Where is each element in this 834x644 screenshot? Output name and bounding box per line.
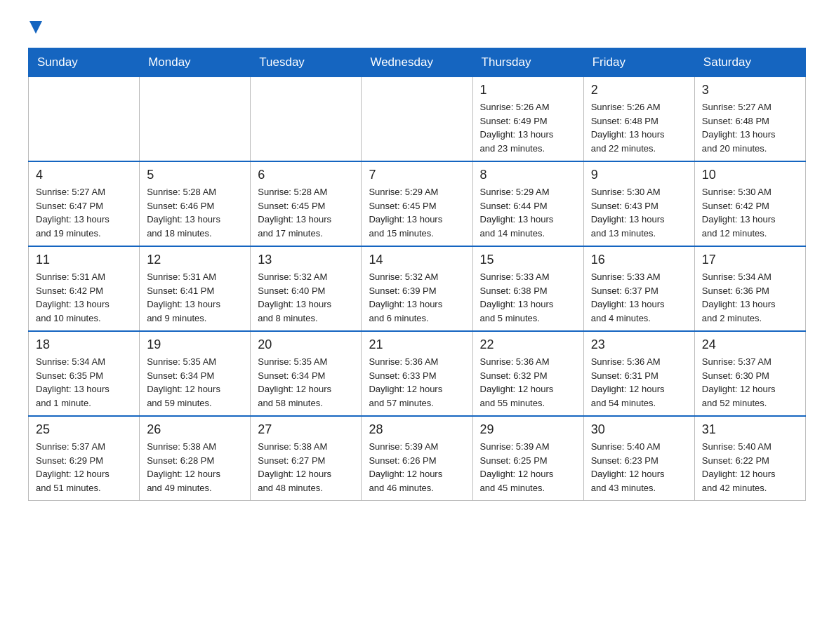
day-number: 19 — [147, 337, 243, 352]
calendar-cell: 17Sunrise: 5:34 AMSunset: 6:36 PMDayligh… — [694, 246, 805, 331]
day-info: Sunrise: 5:36 AMSunset: 6:31 PMDaylight:… — [591, 355, 687, 410]
calendar-week-row: 18Sunrise: 5:34 AMSunset: 6:35 PMDayligh… — [29, 331, 806, 416]
day-number: 30 — [591, 422, 687, 437]
day-info: Sunrise: 5:39 AMSunset: 6:25 PMDaylight:… — [480, 440, 576, 495]
calendar-cell — [251, 77, 362, 162]
day-number: 3 — [702, 83, 798, 98]
day-info: Sunrise: 5:32 AMSunset: 6:39 PMDaylight:… — [369, 270, 465, 325]
day-number: 27 — [258, 422, 354, 437]
day-info: Sunrise: 5:35 AMSunset: 6:34 PMDaylight:… — [147, 355, 243, 410]
calendar-cell: 8Sunrise: 5:29 AMSunset: 6:44 PMDaylight… — [472, 161, 583, 246]
calendar-cell: 4Sunrise: 5:27 AMSunset: 6:47 PMDaylight… — [29, 161, 140, 246]
day-number: 18 — [36, 337, 132, 352]
day-info: Sunrise: 5:30 AMSunset: 6:43 PMDaylight:… — [591, 185, 687, 240]
day-number: 13 — [258, 253, 354, 267]
day-info: Sunrise: 5:26 AMSunset: 6:48 PMDaylight:… — [591, 100, 687, 155]
calendar-cell: 25Sunrise: 5:37 AMSunset: 6:29 PMDayligh… — [29, 416, 140, 501]
day-number: 16 — [591, 253, 687, 267]
calendar-week-row: 4Sunrise: 5:27 AMSunset: 6:47 PMDaylight… — [29, 161, 806, 246]
day-number: 10 — [702, 168, 798, 182]
day-number: 31 — [702, 422, 798, 437]
calendar-header-wednesday: Wednesday — [362, 48, 472, 77]
calendar-cell: 5Sunrise: 5:28 AMSunset: 6:46 PMDaylight… — [140, 161, 251, 246]
calendar-header-monday: Monday — [140, 48, 251, 77]
day-number: 4 — [36, 168, 132, 182]
calendar-cell: 16Sunrise: 5:33 AMSunset: 6:37 PMDayligh… — [583, 246, 694, 331]
day-number: 25 — [36, 422, 132, 437]
calendar-cell: 29Sunrise: 5:39 AMSunset: 6:25 PMDayligh… — [472, 416, 583, 501]
day-info: Sunrise: 5:29 AMSunset: 6:44 PMDaylight:… — [480, 185, 576, 240]
day-number: 21 — [369, 337, 465, 352]
day-info: Sunrise: 5:32 AMSunset: 6:40 PMDaylight:… — [258, 270, 354, 325]
calendar-cell: 12Sunrise: 5:31 AMSunset: 6:41 PMDayligh… — [140, 246, 251, 331]
calendar-cell: 14Sunrise: 5:32 AMSunset: 6:39 PMDayligh… — [362, 246, 472, 331]
day-number: 11 — [36, 253, 132, 267]
calendar-week-row: 11Sunrise: 5:31 AMSunset: 6:42 PMDayligh… — [29, 246, 806, 331]
day-info: Sunrise: 5:33 AMSunset: 6:37 PMDaylight:… — [591, 270, 687, 325]
calendar-cell — [362, 77, 472, 162]
calendar-cell: 24Sunrise: 5:37 AMSunset: 6:30 PMDayligh… — [694, 331, 805, 416]
calendar-cell: 26Sunrise: 5:38 AMSunset: 6:28 PMDayligh… — [140, 416, 251, 501]
calendar-cell: 28Sunrise: 5:39 AMSunset: 6:26 PMDayligh… — [362, 416, 472, 501]
day-number: 1 — [480, 83, 576, 98]
calendar-cell: 18Sunrise: 5:34 AMSunset: 6:35 PMDayligh… — [29, 331, 140, 416]
calendar-cell: 9Sunrise: 5:30 AMSunset: 6:43 PMDaylight… — [583, 161, 694, 246]
calendar-cell: 22Sunrise: 5:36 AMSunset: 6:32 PMDayligh… — [472, 331, 583, 416]
day-info: Sunrise: 5:29 AMSunset: 6:45 PMDaylight:… — [369, 185, 465, 240]
calendar-cell: 10Sunrise: 5:30 AMSunset: 6:42 PMDayligh… — [694, 161, 805, 246]
calendar-cell: 21Sunrise: 5:36 AMSunset: 6:33 PMDayligh… — [362, 331, 472, 416]
day-info: Sunrise: 5:36 AMSunset: 6:33 PMDaylight:… — [369, 355, 465, 410]
calendar-cell: 1Sunrise: 5:26 AMSunset: 6:49 PMDaylight… — [472, 77, 583, 162]
calendar-week-row: 1Sunrise: 5:26 AMSunset: 6:49 PMDaylight… — [29, 77, 806, 162]
day-info: Sunrise: 5:35 AMSunset: 6:34 PMDaylight:… — [258, 355, 354, 410]
day-info: Sunrise: 5:33 AMSunset: 6:38 PMDaylight:… — [480, 270, 576, 325]
calendar-table: SundayMondayTuesdayWednesdayThursdayFrid… — [28, 48, 806, 501]
calendar-cell: 27Sunrise: 5:38 AMSunset: 6:27 PMDayligh… — [251, 416, 362, 501]
calendar-cell: 31Sunrise: 5:40 AMSunset: 6:22 PMDayligh… — [694, 416, 805, 501]
calendar-cell: 30Sunrise: 5:40 AMSunset: 6:23 PMDayligh… — [583, 416, 694, 501]
day-info: Sunrise: 5:38 AMSunset: 6:28 PMDaylight:… — [147, 440, 243, 495]
day-number: 5 — [147, 168, 243, 182]
day-number: 22 — [480, 337, 576, 352]
day-number: 7 — [369, 168, 465, 182]
day-number: 9 — [591, 168, 687, 182]
calendar-header-friday: Friday — [583, 48, 694, 77]
day-info: Sunrise: 5:28 AMSunset: 6:45 PMDaylight:… — [258, 185, 354, 240]
logo-triangle-icon — [29, 21, 42, 34]
day-info: Sunrise: 5:27 AMSunset: 6:48 PMDaylight:… — [702, 100, 798, 155]
day-number: 6 — [258, 168, 354, 182]
calendar-cell: 2Sunrise: 5:26 AMSunset: 6:48 PMDaylight… — [583, 77, 694, 162]
svg-marker-0 — [29, 21, 42, 34]
day-number: 17 — [702, 253, 798, 267]
calendar-cell: 11Sunrise: 5:31 AMSunset: 6:42 PMDayligh… — [29, 246, 140, 331]
day-number: 26 — [147, 422, 243, 437]
day-number: 24 — [702, 337, 798, 352]
calendar-cell: 23Sunrise: 5:36 AMSunset: 6:31 PMDayligh… — [583, 331, 694, 416]
calendar-header-saturday: Saturday — [694, 48, 805, 77]
day-info: Sunrise: 5:34 AMSunset: 6:35 PMDaylight:… — [36, 355, 132, 410]
logo — [28, 21, 42, 34]
page-header — [28, 21, 806, 34]
calendar-cell: 19Sunrise: 5:35 AMSunset: 6:34 PMDayligh… — [140, 331, 251, 416]
day-number: 29 — [480, 422, 576, 437]
day-info: Sunrise: 5:26 AMSunset: 6:49 PMDaylight:… — [480, 100, 576, 155]
calendar-cell — [29, 77, 140, 162]
calendar-cell: 7Sunrise: 5:29 AMSunset: 6:45 PMDaylight… — [362, 161, 472, 246]
calendar-header-row: SundayMondayTuesdayWednesdayThursdayFrid… — [29, 48, 806, 77]
day-info: Sunrise: 5:31 AMSunset: 6:41 PMDaylight:… — [147, 270, 243, 325]
day-number: 28 — [369, 422, 465, 437]
calendar-cell: 6Sunrise: 5:28 AMSunset: 6:45 PMDaylight… — [251, 161, 362, 246]
day-number: 20 — [258, 337, 354, 352]
calendar-cell — [140, 77, 251, 162]
day-info: Sunrise: 5:36 AMSunset: 6:32 PMDaylight:… — [480, 355, 576, 410]
calendar-header-sunday: Sunday — [29, 48, 140, 77]
calendar-header-tuesday: Tuesday — [251, 48, 362, 77]
calendar-cell: 20Sunrise: 5:35 AMSunset: 6:34 PMDayligh… — [251, 331, 362, 416]
calendar-week-row: 25Sunrise: 5:37 AMSunset: 6:29 PMDayligh… — [29, 416, 806, 501]
day-number: 12 — [147, 253, 243, 267]
day-info: Sunrise: 5:27 AMSunset: 6:47 PMDaylight:… — [36, 185, 132, 240]
day-info: Sunrise: 5:31 AMSunset: 6:42 PMDaylight:… — [36, 270, 132, 325]
day-info: Sunrise: 5:37 AMSunset: 6:30 PMDaylight:… — [702, 355, 798, 410]
day-info: Sunrise: 5:39 AMSunset: 6:26 PMDaylight:… — [369, 440, 465, 495]
calendar-cell: 3Sunrise: 5:27 AMSunset: 6:48 PMDaylight… — [694, 77, 805, 162]
